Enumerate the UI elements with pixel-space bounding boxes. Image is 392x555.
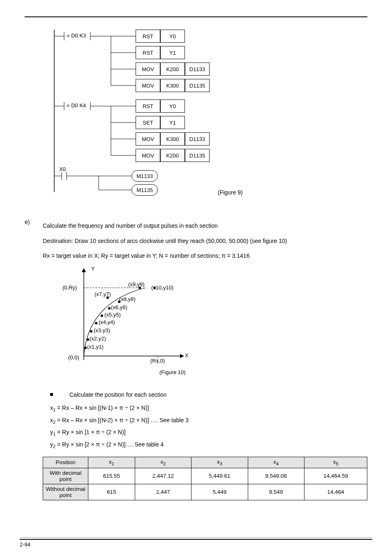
th-x4: x4 xyxy=(248,457,304,468)
pt-00: (0,0) xyxy=(68,354,79,361)
op-y1: Y1 xyxy=(160,116,185,129)
cell: 2,447.12 xyxy=(135,468,191,484)
svg-point-31 xyxy=(90,330,92,333)
formula-4: y2 = Ry × sin [2 × π ÷ (2 × N)]…. See ta… xyxy=(50,439,367,451)
figure-10-caption: (Figure 10) xyxy=(159,369,186,375)
instr-mov: MOV xyxy=(136,149,160,162)
cell: 615.55 xyxy=(88,468,135,484)
svg-point-34 xyxy=(108,307,111,310)
op-k200: K200 xyxy=(160,149,185,162)
position-table: Position x1 x2 x3 x4 x5 With decimal poi… xyxy=(43,457,367,500)
formula-1: x1 = Rx – Rx × sin [(N-1) × π ÷ (2 × N)] xyxy=(50,402,367,414)
op-d1133: D1133 xyxy=(185,132,210,146)
figure-9-caption: (Figure 9) xyxy=(218,189,243,196)
pt-x10y10: (x10,y10) xyxy=(151,284,173,291)
cell: 5,449.61 xyxy=(191,468,248,484)
op-d1135: D1135 xyxy=(185,79,210,92)
ladder-diagram: = D0 K3 = D0 K4 X0 RST Y0 RST Y1 MOV K20… xyxy=(53,30,367,210)
instr-mov: MOV xyxy=(136,62,160,76)
cell: 14,464 xyxy=(304,484,367,500)
page-footer: 2-94 xyxy=(20,537,372,548)
cond-d0k3: = D0 K3 xyxy=(67,32,86,39)
bullet-text: Calculate the position for each section xyxy=(69,389,167,400)
formula-3: y1 = Ry × sin [1 × π ÷ (2 × N)] xyxy=(50,426,367,439)
page: = D0 K3 = D0 K4 X0 RST Y0 RST Y1 MOV K20… xyxy=(0,0,392,555)
svg-point-29 xyxy=(84,347,87,349)
cell: 5,449 xyxy=(191,484,248,500)
instr-rst: RST xyxy=(136,30,160,43)
th-x5: x5 xyxy=(304,457,367,468)
coil-m1135: M1135 xyxy=(131,184,158,196)
table-row: With decimal point 615.55 2,447.12 5,449… xyxy=(43,468,367,484)
svg-point-30 xyxy=(87,338,89,341)
instr-mov: MOV xyxy=(136,79,160,92)
formula-2: x2 = Rx – Rx × sin [(N-2) × π ÷ (2 × N)]… xyxy=(50,414,367,427)
op-k300: K300 xyxy=(160,132,185,146)
cond-d0k4: = D0 K4 xyxy=(67,102,86,109)
instr-rst: RST xyxy=(136,46,160,59)
coil-m1133: M1133 xyxy=(131,170,158,182)
pt-x4y4: (x4,y4) xyxy=(99,319,115,325)
svg-marker-24 xyxy=(82,268,86,272)
op-k200: K200 xyxy=(160,62,185,76)
row-with-decimal: With decimal point xyxy=(43,468,88,484)
pt-x8y8: (x8,y8) xyxy=(119,296,136,302)
pt-x1y1: (x1,y1) xyxy=(87,344,104,350)
axis-x-label: X xyxy=(185,352,189,358)
row-without-decimal: Without decimal point xyxy=(43,484,88,500)
op-d1133: D1133 xyxy=(185,62,210,76)
pt-rx0: (Rx,0) xyxy=(150,358,165,364)
pt-x2y2: (x2,y2) xyxy=(90,335,106,342)
instr-mov: MOV xyxy=(136,132,160,146)
cell: 615 xyxy=(88,484,135,500)
top-rule xyxy=(25,16,367,17)
pt-x5y5: (x5,y5) xyxy=(104,312,121,318)
e-line2: Destination: Draw 10 sections of arcs cl… xyxy=(43,236,367,247)
pt-x6y6: (x6,y6) xyxy=(111,304,127,310)
item-e-letter: e) xyxy=(25,219,33,500)
formula-block: Calculate the position for each section … xyxy=(50,389,367,451)
op-d1135: D1135 xyxy=(185,149,210,162)
axis-y-label: Y xyxy=(91,266,95,272)
instr-set: SET xyxy=(136,116,160,129)
cell: 9,549 xyxy=(248,484,304,500)
figure-10: Y X (0,Ry) (x9,y9) (x10,y10) (x7,y7) (x8… xyxy=(59,266,207,385)
page-number: 2-94 xyxy=(20,541,372,548)
x0-label: X0 xyxy=(59,166,66,172)
th-position: Position xyxy=(43,457,88,468)
th-x3: x3 xyxy=(191,457,248,468)
e-line1: Calculate the frequency and number of ou… xyxy=(43,220,367,231)
bullet-icon xyxy=(50,393,53,396)
th-x2: x2 xyxy=(135,457,191,468)
pt-0-ry: (0,Ry) xyxy=(62,284,77,291)
instr-rst: RST xyxy=(136,99,160,113)
cell: 9,549.08 xyxy=(248,468,304,484)
cell: 14,464.59 xyxy=(304,468,367,484)
op-y1: Y1 xyxy=(160,46,185,59)
pt-x3y3: (x3,y3) xyxy=(94,327,110,333)
svg-point-33 xyxy=(101,314,103,317)
cell: 2,447 xyxy=(135,484,191,500)
table-row: Without decimal point 615 2,447 5,449 9,… xyxy=(43,484,367,500)
op-k300: K300 xyxy=(160,79,185,92)
op-y0: Y0 xyxy=(160,99,185,113)
th-x1: x1 xyxy=(88,457,135,468)
op-y0: Y0 xyxy=(160,30,185,43)
pt-x7y7: (x7,y7) xyxy=(95,291,111,297)
pt-x9y9: (x9,y9) xyxy=(128,281,145,287)
svg-point-32 xyxy=(95,322,97,324)
svg-marker-26 xyxy=(180,354,184,358)
footer-rule xyxy=(20,537,372,540)
e-line3: Rx = target value in X; Ry = target valu… xyxy=(43,250,367,261)
